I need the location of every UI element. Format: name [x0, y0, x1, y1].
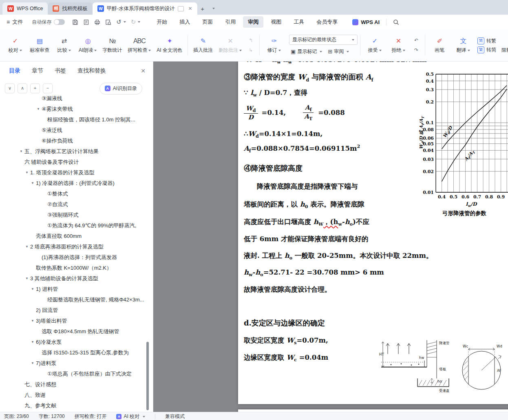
outline-item[interactable]: 取传热系数 K=1000W/（m2.K）	[0, 263, 153, 273]
restrict-edit-button[interactable]: ▩限制编辑	[499, 35, 508, 55]
menu-tab-2[interactable]: 页面	[197, 16, 218, 28]
tab-list-caret[interactable]	[208, 2, 219, 15]
outline-item[interactable]: 选取 Φ180×4.5mm 热轧无缝钢管	[0, 326, 153, 337]
outline-item[interactable]: ③漏液线	[0, 93, 153, 104]
wps-ai-tab[interactable]: WPS AI	[352, 19, 380, 25]
next-comment-button[interactable]: ↳	[247, 47, 255, 54]
outline-item[interactable]: ▼1) 进料管	[0, 284, 153, 295]
prev-comment-button[interactable]: ↰	[247, 37, 255, 44]
outline-item[interactable]: 经圆整选取热轧无缝钢管, 规格Φ42×3m...	[0, 295, 153, 305]
sidebar-tab-2[interactable]: 书签	[55, 67, 66, 75]
collapse-caret-icon[interactable]: ▼	[29, 178, 36, 189]
wps-home-tab[interactable]: W WPS Office	[2, 2, 48, 15]
outline-item[interactable]: 壳体直径取 600mm	[0, 231, 153, 242]
autosave-toggle[interactable]	[54, 19, 65, 25]
menu-tab-3[interactable]: 引用	[220, 16, 241, 28]
collapse-caret-icon[interactable]: ▼	[29, 284, 36, 295]
file-menu-button[interactable]: ≡ 文件	[4, 17, 25, 27]
document-tab[interactable]: W 甲醇-水体系浮阀精馏塔的设计 ✕	[93, 2, 197, 15]
accept-button[interactable]: ✓接受	[363, 35, 387, 55]
menu-tab-0[interactable]: 开始	[152, 16, 172, 28]
close-tab-icon[interactable]: ✕	[188, 6, 192, 11]
outline-item[interactable]: ▼2 塔底再沸器面积的计算及选型	[0, 242, 153, 252]
translate-button[interactable]: 文翻译	[451, 35, 475, 55]
ai-polish-button[interactable]: ✦AI 全文润色	[154, 35, 185, 55]
compare-button[interactable]: ⇄比较	[52, 35, 76, 55]
ai-detect-outline-button[interactable]: A AI识别目录	[99, 83, 142, 95]
reject-button[interactable]: ✕拒绝	[387, 35, 410, 55]
next-page-top[interactable]	[238, 409, 508, 412]
outline-item[interactable]: ▼7)进料泵	[0, 358, 153, 369]
ai-proof-control[interactable]: A AI 校对	[116, 413, 145, 420]
menu-tab-7[interactable]: 会员专享	[311, 16, 342, 28]
outline-item[interactable]: ▼3 其他辅助设备的计算及选型	[0, 273, 153, 284]
outline-item[interactable]: ▼3)塔釜出料管	[0, 316, 153, 326]
print-icon[interactable]	[94, 19, 100, 25]
outline-item[interactable]: 八、致谢	[0, 390, 153, 400]
collapse-caret-icon[interactable]: ▼	[29, 358, 36, 369]
markup-state-dropdown[interactable]: 显示标记的最终状态	[289, 35, 358, 45]
outline-item[interactable]: ②自流式	[0, 199, 153, 210]
autosave-control[interactable]: 自动保存	[32, 19, 65, 26]
expand-all-button[interactable]: ∨	[5, 84, 15, 93]
outline-item[interactable]: 2) 回流管	[0, 305, 153, 316]
outline-item[interactable]: ⑥操作负荷线	[0, 136, 153, 146]
next-change-button[interactable]: ↷	[412, 47, 420, 54]
outline-item[interactable]: ①整体式	[0, 189, 153, 199]
pen-button[interactable]: ✐画笔	[428, 35, 451, 55]
proofread-button[interactable]: ✓校对	[3, 35, 27, 55]
ai-read-button[interactable]: ◎AI朗读	[76, 35, 99, 55]
menu-tab-1[interactable]: 插入	[174, 16, 195, 28]
outline-item[interactable]: 六 辅助设备及零件设计	[0, 157, 153, 167]
spell-check-button[interactable]: ABC拼写检查	[125, 35, 154, 55]
delete-comment-button[interactable]: ✕删除批注	[216, 35, 245, 55]
word-count-button[interactable]: №字数统计	[99, 35, 125, 55]
sidebar-close-icon[interactable]: ✕	[141, 68, 146, 74]
undo-button[interactable]: ↺	[116, 18, 126, 26]
sidebar-scrollbar[interactable]	[146, 342, 149, 410]
outline-zoom-out-button[interactable]: −	[43, 84, 53, 93]
export-icon[interactable]	[83, 19, 89, 25]
outline-zoom-in-button[interactable]: +	[30, 84, 40, 93]
collapse-all-button[interactable]: ∧	[18, 84, 27, 93]
menu-tab-5[interactable]: 视图	[266, 16, 286, 28]
outline-item[interactable]: ①热流体为 64.9℃的 99%的甲醇蒸汽,	[0, 220, 153, 231]
outline-item[interactable]: 七、设计感想	[0, 379, 153, 390]
insert-comment-button[interactable]: ✎插入批注	[190, 35, 216, 55]
track-changes-button[interactable]: ✑修订	[262, 35, 286, 55]
outline-item[interactable]: ▼1. 塔顶全凝器的计算及选型	[0, 167, 153, 178]
collapse-caret-icon[interactable]: ▼	[24, 242, 30, 252]
outline-item[interactable]: ▼1) 冷凝器的选择：(列管式冷凝器)	[0, 178, 153, 189]
convert-0-button[interactable]: 简转繁	[477, 37, 496, 44]
review-pane-button[interactable]: ⊞审阅	[326, 47, 351, 56]
docer-template-tab[interactable]: 稻 找稻壳模板	[48, 2, 93, 15]
collapse-caret-icon[interactable]: ▼	[24, 273, 30, 284]
print-preview-icon[interactable]	[105, 19, 111, 25]
standard-review-button[interactable]: ▤标准审查	[27, 35, 52, 55]
outline-item[interactable]: ▼④雾沫夹带线	[0, 104, 153, 114]
prev-change-button[interactable]: ↶	[412, 37, 420, 44]
outline-item[interactable]: 根据经验值，因该塔径 1.0m 控制其...	[0, 114, 153, 125]
outline-item[interactable]: ▼6)冷凝水泵	[0, 337, 153, 347]
redo-button[interactable]: ↻	[131, 18, 141, 26]
outline-item[interactable]: 选择 IS150-125-315 型离心泵,参数为	[0, 347, 153, 358]
outline-item[interactable]: 九、参考文献	[0, 400, 153, 411]
search-icon[interactable]	[393, 19, 399, 25]
outline-item[interactable]: ①塔总高（不包括群座）由下式决定	[0, 369, 153, 379]
sidebar-tab-1[interactable]: 章节	[32, 67, 43, 75]
spellcheck-indicator[interactable]: 拼写检查: 打开	[75, 413, 107, 420]
save-icon[interactable]	[72, 19, 78, 25]
document-page[interactable]: W·H = hw·hw=0.03·0.037275·0.0527mm·32.7m…	[238, 62, 508, 404]
sidebar-tab-0[interactable]: 目录	[9, 67, 20, 75]
convert-1-button[interactable]: 繁转简	[477, 46, 496, 53]
outline-item[interactable]: ⑤液泛线	[0, 125, 153, 136]
outline-item[interactable]: (1)再沸器的选择：列管式蒸发器	[0, 252, 153, 263]
collapse-caret-icon[interactable]: ▼	[35, 104, 42, 114]
menu-tab-6[interactable]: 工具	[289, 16, 309, 28]
sidebar-tab-3[interactable]: 查找和替换	[77, 67, 106, 75]
new-tab-button[interactable]: +	[197, 2, 208, 15]
show-markup-button[interactable]: ▣显示标记	[289, 47, 324, 56]
menu-tab-4[interactable]: 审阅	[243, 16, 263, 28]
outline-item[interactable]: ▼五、浮阀塔板工艺设计计算结果	[0, 146, 153, 157]
outline-item[interactable]: ③强制循环式	[0, 210, 153, 220]
